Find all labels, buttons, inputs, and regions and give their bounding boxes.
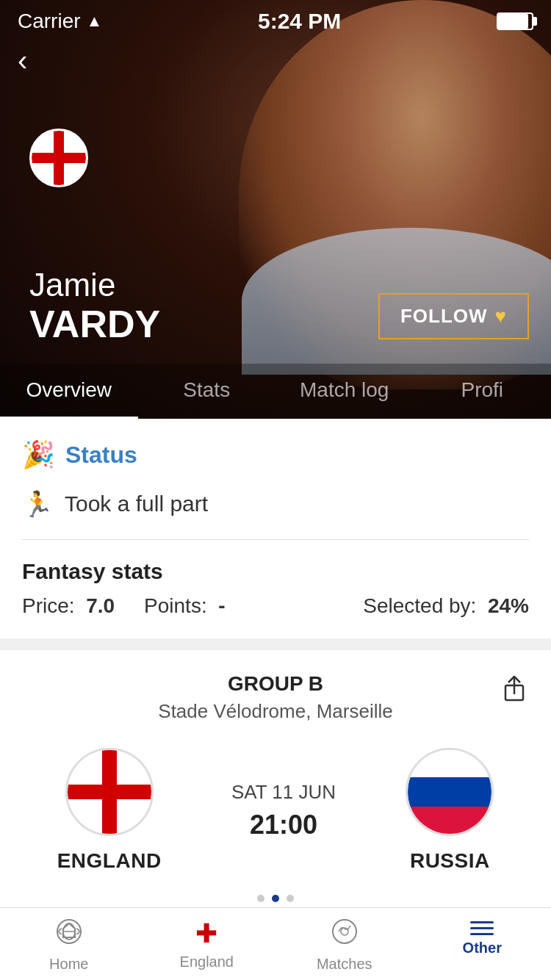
- hamburger-line-2: [470, 927, 494, 929]
- matches-icon: [331, 918, 358, 951]
- status-left: Carrier ▲: [18, 10, 102, 33]
- tab-bar: Overview Stats Match log Profi: [0, 364, 551, 419]
- status-bar: Carrier ▲ 5:24 PM: [0, 0, 551, 40]
- fantasy-row: Price: 7.0 Points: - Selected by: 24%: [22, 594, 529, 618]
- selected-value: 24%: [488, 594, 529, 617]
- england-flag-circle: [65, 748, 154, 836]
- battery-icon: [497, 12, 533, 30]
- dot-3: [287, 895, 294, 902]
- divider: [22, 539, 529, 540]
- england-label: England: [180, 954, 234, 970]
- match-vs: SAT 11 JUN 21:00: [231, 781, 336, 840]
- fantasy-title: Fantasy stats: [22, 559, 529, 584]
- england-flag: [68, 748, 151, 836]
- wifi-icon: ▲: [87, 12, 103, 31]
- clock: 5:24 PM: [258, 9, 341, 34]
- price-label: Price:: [22, 594, 75, 617]
- russia-stripe-blue: [408, 777, 491, 807]
- player-flag: [29, 129, 88, 187]
- hamburger-line-1: [470, 921, 494, 923]
- home-label: Home: [49, 956, 88, 973]
- england-flag-small: [32, 129, 86, 187]
- main-content: 🎉 Status 🏃 Took a full part Fantasy stat…: [0, 419, 551, 980]
- match-date: SAT 11 JUN: [231, 781, 336, 804]
- player-first-name: Jamie: [29, 267, 160, 303]
- points-label: Points:: [144, 594, 207, 617]
- dot-2: [272, 895, 279, 902]
- hamburger-line-3: [470, 933, 494, 935]
- fantasy-stats: Fantasy stats Price: 7.0 Points: - Selec…: [22, 546, 529, 621]
- match-card-header: GROUP B Stade Vélodrome, Marseille: [22, 672, 529, 723]
- match-group: GROUP B: [51, 672, 500, 696]
- follow-label: FOLLOW: [400, 305, 488, 328]
- nav-matches[interactable]: Matches: [276, 918, 414, 973]
- status-header: 🎉 Status: [22, 439, 529, 470]
- share-button[interactable]: [500, 672, 529, 710]
- battery-fill: [498, 14, 528, 29]
- england-name: ENGLAND: [57, 849, 162, 873]
- match-info: GROUP B Stade Vélodrome, Marseille: [51, 672, 500, 723]
- hero-section: ‹ Jamie VARDY FOLLOW ♥ Overview Stats Ma…: [0, 0, 551, 419]
- match-card: GROUP B Stade Vélodrome, Marseille ENGLA…: [0, 650, 551, 923]
- nav-home[interactable]: Home: [0, 918, 138, 973]
- tab-overview[interactable]: Overview: [0, 364, 138, 419]
- tab-stats[interactable]: Stats: [138, 364, 276, 419]
- player-info: Jamie VARDY: [29, 267, 160, 345]
- nav-england[interactable]: ✚ England: [138, 918, 276, 973]
- team-england: ENGLAND: [57, 748, 162, 873]
- russia-name: RUSSIA: [410, 849, 490, 873]
- points-value: -: [218, 594, 225, 617]
- tab-matchlog[interactable]: Match log: [276, 364, 414, 419]
- russia-stripe-white: [408, 748, 491, 777]
- match-time: 21:00: [250, 810, 317, 840]
- status-row: 🏃 Took a full part: [22, 483, 529, 533]
- follow-button[interactable]: FOLLOW ♥: [378, 293, 529, 339]
- price-item: Price: 7.0: [22, 594, 115, 618]
- russia-flag: [408, 748, 491, 836]
- status-text: Took a full part: [65, 491, 208, 516]
- svg-point-5: [333, 920, 356, 943]
- selected-item: Selected by: 24%: [363, 594, 529, 618]
- back-button[interactable]: ‹: [18, 44, 27, 77]
- status-title: Status: [65, 442, 137, 469]
- status-emoji: 🎉: [22, 439, 55, 470]
- matches-label: Matches: [317, 956, 372, 973]
- match-teams: ENGLAND SAT 11 JUN 21:00 RUSSIA: [22, 741, 529, 880]
- fantasy-left: Price: 7.0 Points: -: [22, 594, 226, 618]
- england-nav-icon: ✚: [195, 918, 217, 949]
- russia-stripe-red: [408, 807, 491, 836]
- other-label: Other: [463, 940, 502, 956]
- heart-icon: ♥: [495, 305, 507, 328]
- other-icon: [470, 918, 494, 935]
- russia-flag-circle: [406, 748, 494, 836]
- player-last-name: VARDY: [29, 303, 160, 345]
- nav-other[interactable]: Other: [414, 918, 552, 973]
- points-item: Points: -: [144, 594, 226, 618]
- running-icon: 🏃: [22, 489, 53, 519]
- team-russia: RUSSIA: [406, 748, 494, 873]
- price-value: 7.0: [86, 594, 115, 617]
- match-venue: Stade Vélodrome, Marseille: [51, 700, 500, 723]
- tab-profile[interactable]: Profi: [414, 364, 552, 419]
- dot-1: [257, 895, 264, 902]
- status-section: 🎉 Status 🏃 Took a full part Fantasy stat…: [0, 419, 551, 638]
- selected-label: Selected by:: [363, 594, 476, 617]
- home-icon: [56, 918, 82, 951]
- carrier-label: Carrier: [18, 10, 81, 33]
- bottom-navigation: Home ✚ England Matches Other: [0, 907, 551, 980]
